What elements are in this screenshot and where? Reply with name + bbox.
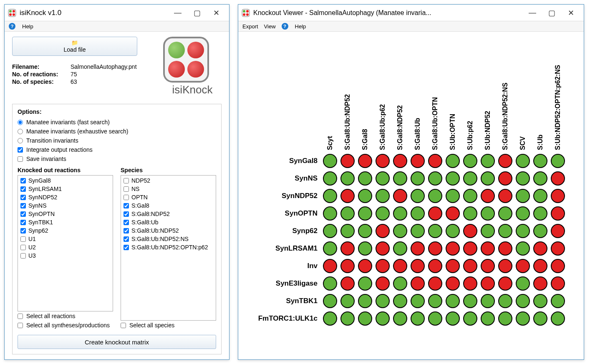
viewer-close-button[interactable]: ✕ bbox=[561, 6, 580, 20]
matrix-cell bbox=[479, 275, 496, 292]
dot-green bbox=[358, 206, 372, 221]
dot-green bbox=[498, 294, 512, 308]
opt-fast-search[interactable]: Manatee invariants (fast search) bbox=[18, 119, 216, 126]
matrix-row-header: SynGal8 bbox=[242, 153, 321, 169]
species-item[interactable]: NDP52 bbox=[122, 176, 215, 185]
menu-help[interactable]: Help bbox=[295, 23, 306, 30]
species-item[interactable]: S:Gal8:Ub:NDP52:NS bbox=[122, 235, 215, 243]
species-item[interactable]: S:Gal8:Ub:NDP52 bbox=[122, 226, 215, 235]
dot-green bbox=[533, 206, 547, 221]
matrix-cell bbox=[444, 258, 461, 274]
dot-green bbox=[323, 206, 337, 221]
svg-point-6 bbox=[243, 10, 245, 13]
opt-save-invariants[interactable]: Save invariants bbox=[18, 156, 216, 162]
reactions-list[interactable]: SynGal8SynLRSAM1SynNDP52SynNSSynOPTNSynT… bbox=[18, 175, 113, 311]
matrix-cell bbox=[427, 293, 444, 309]
opt-integrate-output[interactable]: Integrate output reactions bbox=[18, 146, 216, 153]
create-matrix-button[interactable]: Create knockout matrix bbox=[18, 335, 216, 349]
matrix-cell bbox=[462, 240, 479, 257]
select-all-species[interactable]: Select all species bbox=[121, 322, 216, 329]
species-item[interactable]: S:Gal8:Ub bbox=[122, 218, 215, 226]
species-item[interactable]: S:Gal8:Ub:NDP52:OPTN:p62 bbox=[122, 243, 215, 251]
reaction-item[interactable]: SynOPTN bbox=[19, 210, 112, 218]
menu-export[interactable]: Export bbox=[242, 23, 258, 30]
matrix-cell bbox=[392, 275, 408, 292]
dot-green bbox=[323, 171, 337, 186]
reaction-item[interactable]: SynNDP52 bbox=[19, 193, 112, 201]
matrix-cell bbox=[339, 170, 356, 187]
species-item[interactable]: S:Gal8 bbox=[122, 201, 215, 210]
matrix-cell bbox=[444, 240, 461, 257]
matrix-cell bbox=[339, 188, 356, 204]
matrix-cell bbox=[427, 223, 444, 239]
dot-green bbox=[533, 294, 547, 308]
matrix-cell bbox=[322, 223, 338, 239]
menu-help[interactable]: Help bbox=[22, 23, 33, 30]
dot-red bbox=[498, 189, 512, 203]
reaction-item[interactable]: U1 bbox=[19, 235, 112, 243]
viewer-maximize-button[interactable]: ▢ bbox=[542, 6, 561, 20]
reaction-item[interactable]: SynNS bbox=[19, 201, 112, 210]
dot-red bbox=[463, 224, 477, 238]
dot-red bbox=[498, 276, 512, 291]
matrix-row-header: FmTORC1:ULK1c bbox=[242, 310, 321, 327]
close-button[interactable]: ✕ bbox=[207, 6, 226, 20]
select-all-syntheses[interactable]: Select all syntheses/productions bbox=[18, 322, 113, 329]
dot-red bbox=[393, 189, 407, 203]
select-all-reactions[interactable]: Select all reactions bbox=[18, 313, 113, 319]
matrix-cell bbox=[392, 258, 408, 274]
dot-green bbox=[498, 224, 512, 238]
dot-red bbox=[340, 154, 355, 168]
dot-green bbox=[551, 311, 565, 326]
load-file-button[interactable]: 📁 Load file bbox=[12, 37, 137, 56]
isiknock-main-window: isiKnock v1.0 — ▢ ✕ ? Help 📁 Load file F… bbox=[4, 4, 229, 360]
species-count-label: No. of species: bbox=[12, 78, 71, 85]
dot-green bbox=[446, 171, 460, 186]
opt-exhaustive-search[interactable]: Manatee invariants (exhaustive search) bbox=[18, 128, 216, 135]
reaction-item[interactable]: Synp62 bbox=[19, 226, 112, 235]
species-list[interactable]: NDP52NSOPTNS:Gal8S:Gal8:NDP52S:Gal8:UbS:… bbox=[121, 175, 216, 321]
reaction-item[interactable]: SynGal8 bbox=[19, 176, 112, 185]
matrix-cell bbox=[479, 293, 496, 309]
species-item[interactable]: S:Gal8:NDP52 bbox=[122, 210, 215, 218]
dot-green bbox=[376, 311, 390, 326]
matrix-cell bbox=[462, 153, 479, 169]
dot-green bbox=[481, 171, 495, 186]
matrix-row-header: Inv bbox=[242, 258, 321, 274]
matrix-cell bbox=[532, 205, 549, 222]
dot-red bbox=[428, 259, 442, 273]
matrix-cell bbox=[532, 310, 549, 327]
matrix-cell bbox=[462, 170, 479, 187]
reaction-item[interactable]: SynTBK1 bbox=[19, 218, 112, 226]
matrix-cell bbox=[357, 240, 373, 257]
opt-transition-invariants[interactable]: Transition invariants bbox=[18, 137, 216, 144]
minimize-button[interactable]: — bbox=[168, 6, 187, 20]
maximize-button[interactable]: ▢ bbox=[187, 6, 207, 20]
matrix-cell bbox=[479, 188, 496, 204]
reaction-item[interactable]: U2 bbox=[19, 243, 112, 251]
matrix-cell bbox=[357, 293, 373, 309]
matrix-column-header: S:Ub:NDP52:OPTN:p62:NS bbox=[550, 35, 566, 152]
menu-view[interactable]: View bbox=[264, 23, 276, 30]
reaction-item[interactable]: U3 bbox=[19, 251, 112, 260]
matrix-row-header: SynNS bbox=[242, 170, 321, 187]
dot-green bbox=[516, 154, 530, 168]
dot-red bbox=[551, 224, 565, 238]
dot-green bbox=[411, 206, 425, 221]
dot-green bbox=[393, 276, 407, 291]
dot-green bbox=[340, 224, 355, 238]
reaction-item[interactable]: SynLRSAM1 bbox=[19, 185, 112, 193]
matrix-cell bbox=[532, 223, 549, 239]
matrix-cell bbox=[462, 275, 479, 292]
species-item[interactable]: OPTN bbox=[122, 193, 215, 201]
matrix-cell bbox=[550, 258, 566, 274]
matrix-cell bbox=[339, 258, 356, 274]
matrix-cell bbox=[532, 240, 549, 257]
dot-green bbox=[428, 224, 442, 238]
matrix-column-header: S:Ub:p62 bbox=[462, 35, 479, 152]
dot-green bbox=[533, 171, 547, 186]
species-item[interactable]: NS bbox=[122, 185, 215, 193]
dot-red bbox=[551, 189, 565, 203]
matrix-cell bbox=[339, 205, 356, 222]
viewer-minimize-button[interactable]: — bbox=[523, 6, 542, 20]
